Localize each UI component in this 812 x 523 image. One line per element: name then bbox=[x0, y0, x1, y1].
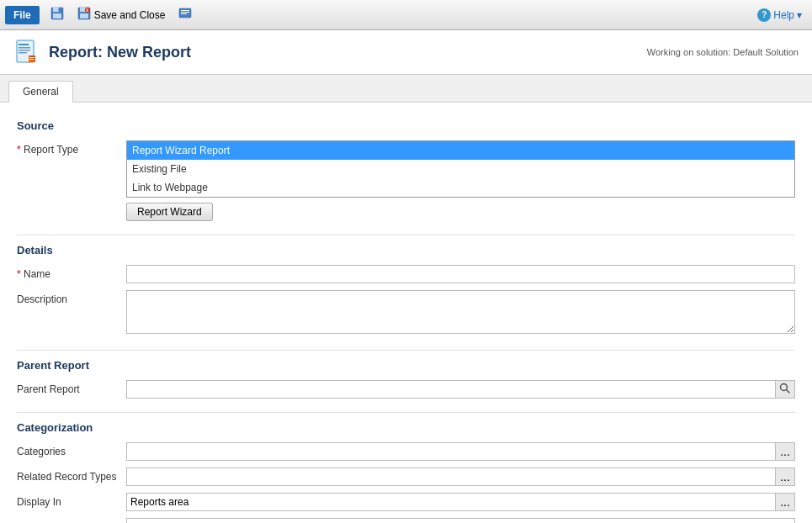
parent-report-input[interactable] bbox=[126, 380, 775, 399]
languages-label: Languages bbox=[17, 518, 126, 523]
details-section-header: Details bbox=[17, 244, 795, 256]
report-type-label: Report Type bbox=[17, 140, 126, 156]
svg-rect-18 bbox=[19, 52, 27, 54]
display-in-lookup-icon: ... bbox=[780, 495, 790, 509]
related-record-types-lookup-btn[interactable]: ... bbox=[775, 468, 795, 486]
display-in-control: Reports area ... bbox=[126, 493, 795, 511]
display-in-lookup: Reports area ... bbox=[126, 493, 795, 511]
help-button[interactable]: ? Help ▾ bbox=[752, 6, 807, 24]
help-label: Help bbox=[773, 9, 794, 21]
save-icon bbox=[50, 7, 64, 23]
toolbar: File X Save and Close bbox=[0, 0, 812, 30]
categories-lookup-btn[interactable]: ... bbox=[775, 442, 795, 461]
languages-control: English French German Spanish bbox=[126, 518, 795, 523]
lookup-icon bbox=[779, 383, 791, 397]
title-area: Report: New Report bbox=[13, 39, 191, 66]
extra-icon bbox=[178, 7, 192, 23]
categorization-section: Categorization Categories ... Related Re… bbox=[17, 421, 795, 523]
report-type-option-webpage[interactable]: Link to Webpage bbox=[127, 178, 794, 197]
svg-rect-10 bbox=[179, 8, 191, 18]
categories-control: ... bbox=[126, 442, 795, 461]
categorization-section-header: Categorization bbox=[17, 421, 795, 434]
page-header: Report: New Report Working on solution: … bbox=[0, 30, 812, 75]
categories-row: Categories ... bbox=[17, 442, 795, 461]
solution-info: Working on solution: Default Solution bbox=[647, 47, 799, 57]
parent-report-control bbox=[126, 380, 795, 399]
report-wizard-button[interactable]: Report Wizard bbox=[126, 203, 213, 221]
save-button[interactable] bbox=[45, 3, 70, 26]
help-icon: ? bbox=[757, 8, 771, 22]
report-type-control: Report Wizard Report Existing File Link … bbox=[126, 140, 795, 221]
parent-report-section: Parent Report Parent Report bbox=[17, 359, 795, 399]
related-record-types-control: ... bbox=[126, 468, 795, 486]
parent-report-row: Parent Report bbox=[17, 380, 795, 399]
report-type-row: Report Type Report Wizard Report Existin… bbox=[17, 140, 795, 221]
related-record-types-lookup-icon: ... bbox=[780, 470, 790, 483]
details-section: Details Name Description bbox=[17, 244, 795, 336]
categories-input[interactable] bbox=[126, 442, 775, 461]
save-and-close-icon: X bbox=[77, 7, 91, 23]
parent-report-label: Parent Report bbox=[17, 380, 126, 395]
svg-line-24 bbox=[787, 389, 790, 393]
categories-label: Categories bbox=[17, 442, 126, 457]
description-label: Description bbox=[17, 290, 126, 305]
related-record-types-label: Related Record Types bbox=[17, 468, 126, 483]
svg-rect-1 bbox=[53, 8, 59, 12]
report-icon bbox=[13, 39, 40, 66]
svg-rect-21 bbox=[29, 57, 34, 58]
help-chevron-icon: ▾ bbox=[797, 9, 802, 21]
source-section: Source Report Type Report Wizard Report … bbox=[17, 119, 795, 221]
languages-select-wrapper: English French German Spanish bbox=[126, 518, 795, 523]
name-control bbox=[126, 265, 795, 283]
languages-select[interactable]: English French German Spanish bbox=[126, 518, 795, 523]
svg-rect-3 bbox=[58, 8, 59, 11]
page-title: Report: New Report bbox=[49, 44, 191, 61]
svg-rect-11 bbox=[181, 10, 189, 11]
languages-row: Languages English French German Spanish bbox=[17, 518, 795, 523]
related-record-types-row: Related Record Types ... bbox=[17, 468, 795, 486]
save-and-close-button[interactable]: X Save and Close bbox=[72, 3, 172, 26]
related-record-types-lookup: ... bbox=[126, 468, 795, 486]
name-label: Name bbox=[17, 265, 126, 280]
svg-rect-22 bbox=[29, 59, 34, 60]
parent-report-section-header: Parent Report bbox=[17, 359, 795, 372]
description-row: Description bbox=[17, 290, 795, 336]
display-in-input[interactable]: Reports area bbox=[126, 493, 775, 511]
save-and-close-label: Save and Close bbox=[94, 9, 166, 21]
name-row: Name bbox=[17, 265, 795, 283]
svg-rect-17 bbox=[19, 50, 30, 51]
description-input[interactable] bbox=[126, 290, 795, 334]
display-in-label: Display In bbox=[17, 493, 126, 508]
tab-general[interactable]: General bbox=[8, 81, 73, 103]
report-type-option-wizard[interactable]: Report Wizard Report bbox=[127, 141, 794, 160]
name-input[interactable] bbox=[126, 265, 795, 283]
svg-rect-15 bbox=[19, 44, 29, 45]
related-record-types-input[interactable] bbox=[126, 468, 775, 486]
source-section-header: Source bbox=[17, 119, 795, 132]
categories-lookup-icon: ... bbox=[780, 445, 790, 458]
svg-rect-13 bbox=[181, 13, 187, 14]
additional-toolbar-btn[interactable] bbox=[172, 3, 198, 26]
svg-rect-6 bbox=[80, 13, 88, 18]
svg-rect-5 bbox=[80, 8, 86, 12]
description-control bbox=[126, 290, 795, 336]
parent-report-lookup bbox=[126, 380, 795, 399]
svg-rect-12 bbox=[181, 12, 189, 13]
svg-rect-2 bbox=[53, 13, 61, 18]
file-button[interactable]: File bbox=[5, 6, 40, 24]
form-body: Source Report Type Report Wizard Report … bbox=[0, 103, 812, 523]
report-type-listbox[interactable]: Report Wizard Report Existing File Link … bbox=[126, 140, 795, 198]
report-type-option-file[interactable]: Existing File bbox=[127, 160, 794, 178]
categories-lookup: ... bbox=[126, 442, 795, 461]
parent-report-lookup-btn[interactable] bbox=[775, 380, 795, 399]
display-in-lookup-btn[interactable]: ... bbox=[775, 493, 795, 511]
svg-rect-16 bbox=[19, 47, 30, 49]
tab-bar: General bbox=[0, 75, 812, 103]
display-in-row: Display In Reports area ... bbox=[17, 493, 795, 511]
